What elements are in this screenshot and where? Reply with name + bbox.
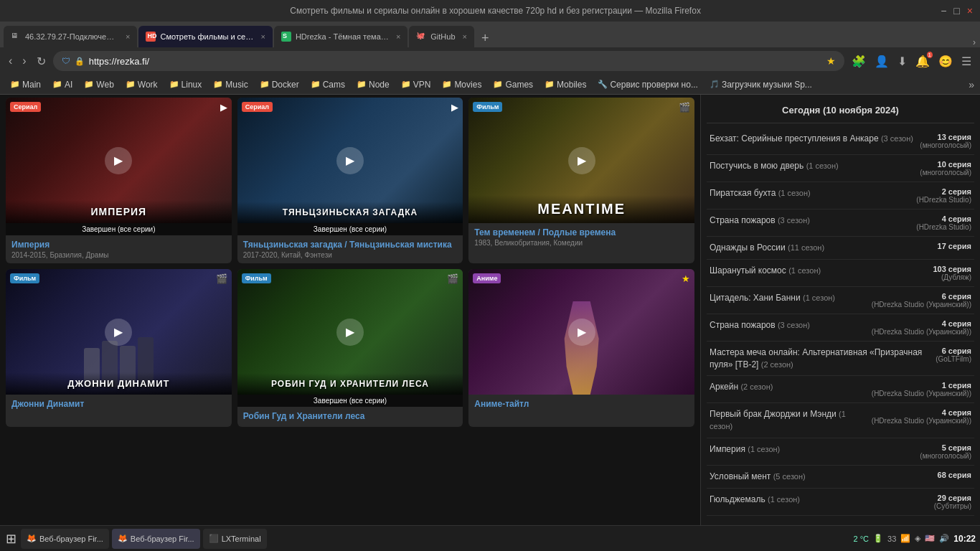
new-tab-button[interactable]: + [476, 31, 495, 46]
taskbar-time: 10:22 [953, 534, 976, 544]
taskbar-firefox-2[interactable]: 🦊 Веб-браузер Fir... [112, 529, 200, 549]
folder-icon: 📁 [10, 80, 20, 89]
card-title[interactable]: Тяньцзиньская загадка / Тяньцзиньская ми… [243, 240, 458, 250]
sidebar-item[interactable]: Однажды в России (11 сезон) 17 серия [707, 237, 974, 260]
card-anime[interactable]: Аниме ★ ▶ Аниме-тайтл [468, 269, 694, 427]
bookmark-movies[interactable]: 📁 Movies [438, 78, 486, 91]
sidebar-item[interactable]: Постучись в мою дверь (1 сезон) 10 серия… [707, 155, 974, 182]
bookmark-label: Mobiles [557, 80, 586, 90]
sidebar-item[interactable]: Цитадель: Хани Банни (1 сезон) 6 серия (… [707, 287, 974, 314]
url-input[interactable] [89, 56, 822, 67]
reload-button[interactable]: ↻ [34, 52, 49, 71]
bookmark-main[interactable]: 📁 Main [6, 78, 45, 91]
sidebar-item[interactable]: Бехзат: Серийные преступления в Анкаре (… [707, 128, 974, 155]
sidebar-item[interactable]: Империя (1 сезон) 5 серия (многоголосый) [707, 438, 974, 466]
nav-bar: ‹ › ↻ 🛡 🔒 ★ 🧩 👤 ⬇ 🔔1 😊 ☰ [0, 47, 980, 75]
tab-scroll-right[interactable]: › [969, 37, 980, 47]
card-title[interactable]: Тем временем / Подлые времена [474, 227, 689, 237]
card-play-button[interactable]: ▶ [568, 147, 595, 174]
tab-close-3[interactable]: × [396, 32, 400, 41]
sidebar-items-list: Бехзат: Серийные преступления в Анкаре (… [707, 128, 974, 516]
episode-number: 17 серия [938, 242, 971, 250]
card-imperiya[interactable]: Сериал ▶ ▶ ИМПЕРИЯ Завершен (все серии) … [6, 98, 232, 263]
account-icon[interactable]: 👤 [872, 52, 892, 71]
tab-1[interactable]: 🖥 46.32.79.27-Подключения × [4, 26, 137, 47]
sidebar-item[interactable]: Мастера меча онлайн: Альтернативная «При… [707, 342, 974, 377]
bookmarks-more-button[interactable]: » [969, 79, 974, 90]
bookmark-service-check[interactable]: 🔧 Сервис проверки но... [593, 78, 702, 91]
card-meantime[interactable]: Фильм 🎬 ▶ MEANTIME Тем временем / Подлые… [468, 98, 694, 263]
sidebar-item[interactable]: Страна пожаров (3 сезон) 4 серия (HDrezk… [707, 314, 974, 342]
address-bar[interactable]: 🛡 🔒 ★ [53, 51, 844, 71]
bookmark-node[interactable]: 📁 Node [352, 78, 394, 91]
bookmark-web[interactable]: 📁 Web [80, 78, 118, 91]
episode-number: 1 серия [872, 381, 971, 390]
notifications-icon[interactable]: 🔔1 [913, 52, 933, 71]
card-play-button[interactable]: ▶ [105, 147, 132, 174]
close-button[interactable]: × [967, 5, 973, 17]
back-button[interactable]: ‹ [6, 52, 15, 70]
tab-3[interactable]: S HDrezka - Тёмная тема - St... × [274, 26, 407, 47]
tab-2[interactable]: HD Смотреть фильмы и сери... × [138, 26, 272, 47]
tab-close-2[interactable]: × [260, 32, 265, 41]
tabs-bar: 🖥 46.32.79.27-Подключения × HD Смотреть … [0, 22, 980, 47]
sidebar-header: Сегодня (10 ноября 2024) [707, 100, 974, 123]
bookmark-cams[interactable]: 📁 Cams [306, 78, 349, 91]
tab-4[interactable]: 🐙 GitHub × [409, 26, 474, 47]
card-title[interactable]: Аниме-тайтл [474, 399, 689, 409]
bookmark-ai[interactable]: 📁 AI [48, 78, 77, 91]
sidebar-item[interactable]: Пиратская бухта (1 сезон) 2 серия (HDrez… [707, 182, 974, 209]
profile-icon[interactable]: 😊 [936, 52, 956, 71]
bookmark-linux[interactable]: 📁 Linux [165, 78, 207, 91]
sidebar-item-meta: 2 серия (HDrezka Studio) [916, 187, 971, 204]
sidebar-item[interactable]: Шаранутый космос (1 сезон) 103 серия (Ду… [707, 260, 974, 287]
bookmark-music[interactable]: 📁 Music [209, 78, 252, 91]
bookmark-star-icon[interactable]: ★ [826, 55, 836, 67]
minimize-button[interactable]: − [941, 5, 946, 17]
sidebar-item-meta: 4 серия (HDrezka Studio (Украинский)) [872, 319, 971, 336]
download-icon[interactable]: ⬇ [895, 52, 910, 71]
card-badge: Фильм [473, 102, 502, 112]
forward-button[interactable]: › [19, 52, 29, 70]
bookmark-work[interactable]: 📁 Work [121, 78, 162, 91]
card-play-button[interactable]: ▶ [336, 147, 364, 174]
tab-label-1: 46.32.79.27-Подключения [25, 32, 118, 41]
card-tianjin[interactable]: Сериал ▶ ▶ ТЯНЬЦЗИНЬСКАЯ ЗАГАДКА Заверше… [237, 98, 463, 263]
bookmark-docker[interactable]: 📁 Docker [255, 78, 303, 91]
sidebar-item[interactable]: Условный мент (5 сезон) 68 серия [707, 466, 974, 489]
sidebar-item[interactable]: Первый брак Джорджи и Мэнди (1 сезон) 4 … [707, 403, 974, 438]
sidebar-item-meta: 5 серия (многоголосый) [920, 443, 971, 460]
card-type-icon: 🎬 [447, 273, 458, 284]
sidebar-item[interactable]: Аркейн (2 сезон) 1 серия (HDrezka Studio… [707, 376, 974, 403]
bookmark-mobiles[interactable]: 📁 Mobiles [540, 78, 590, 91]
card-badge: Фильм [10, 273, 39, 283]
menu-button[interactable]: ☰ [958, 52, 974, 71]
taskbar-terminal[interactable]: ⬛ LXTerminal [203, 529, 267, 549]
tab-label-3: HDrezka - Тёмная тема - St... [296, 32, 389, 41]
bookmark-label: VPN [413, 80, 431, 90]
folder-icon: 📁 [401, 80, 411, 89]
card-title[interactable]: Империя [11, 240, 226, 250]
taskbar-apps-button[interactable]: ⊞ [4, 529, 18, 549]
card-badge: Сериал [10, 102, 41, 112]
taskbar-firefox-1[interactable]: 🦊 Веб-браузер Fir... [21, 529, 109, 549]
bookmark-games[interactable]: 📁 Games [489, 78, 537, 91]
bookmark-music-dl[interactable]: 🎵 Загрузчик музыки Sp... [705, 78, 816, 91]
sidebar-item[interactable]: Страна пожаров (3 сезон) 4 серия (HDrezk… [707, 209, 974, 237]
card-play-button[interactable]: ▶ [568, 319, 595, 346]
tab-close-1[interactable]: × [126, 32, 130, 41]
card-title[interactable]: Робин Гуд и Хранители леса [243, 411, 458, 421]
card-type-icon: ★ [682, 273, 690, 284]
card-robin-hood[interactable]: Фильм 🎬 ▶ РОБИН ГУД И ХРАНИТЕЛИ ЛЕСА Зав… [237, 269, 463, 427]
titlebar-title: Смотреть фильмы и сериалы онлайн в хорош… [50, 6, 941, 16]
card-play-button[interactable]: ▶ [336, 319, 364, 346]
card-play-button[interactable]: ▶ [105, 319, 132, 346]
card-johnny-dynamite[interactable]: Фильм 🎬 ▶ ДЖОННИ ДИНАМИТ Джонни Динамит [6, 269, 232, 427]
tab-close-4[interactable]: × [463, 32, 467, 41]
sidebar-item[interactable]: Гюльджемаль (1 сезон) 29 серия (Субтитры… [707, 489, 974, 516]
maximize-button[interactable]: □ [953, 5, 959, 17]
bookmark-vpn[interactable]: 📁 VPN [397, 78, 435, 91]
extensions-icon[interactable]: 🧩 [849, 52, 869, 71]
card-title[interactable]: Джонни Динамит [11, 399, 226, 409]
titlebar-controls[interactable]: − □ × [941, 5, 973, 17]
